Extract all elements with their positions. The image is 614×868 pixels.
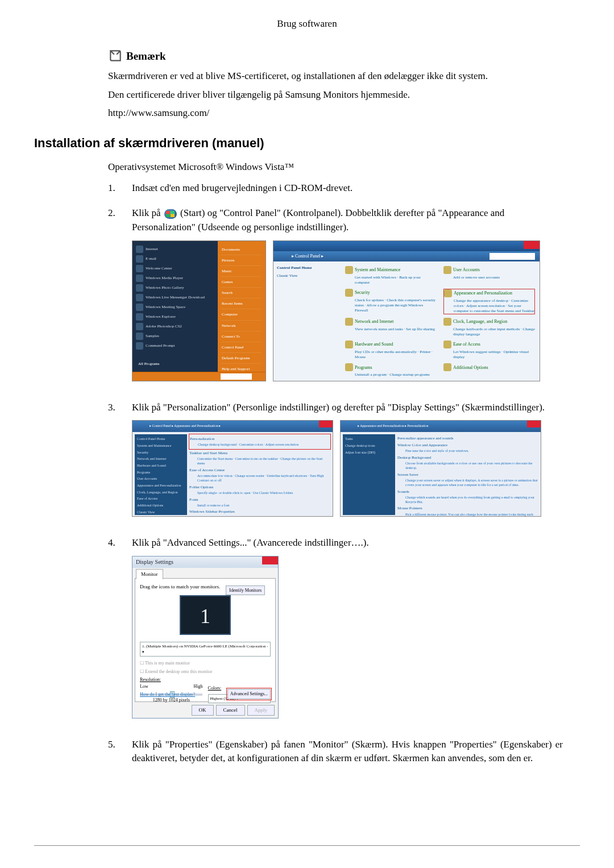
startmenu-right-item[interactable]: Search — [221, 288, 262, 298]
pers-item-title[interactable]: Desktop Background — [397, 455, 538, 460]
startmenu-item-label: Samples — [146, 333, 159, 339]
group-heading[interactable]: Personalization — [190, 436, 330, 442]
group-heading[interactable]: Ease of Access Center — [189, 467, 330, 473]
close-icon[interactable] — [527, 421, 541, 427]
startmenu-right-item[interactable]: Documents — [221, 244, 262, 255]
cp-category[interactable]: Appearance and PersonalizationChange the… — [443, 289, 535, 314]
sidebar-item[interactable]: Network and Internet — [137, 456, 185, 462]
startmenu-item[interactable]: E-mail — [136, 254, 215, 264]
nav-title[interactable]: Control Panel Home — [277, 265, 338, 271]
identify-monitors-button[interactable]: Identify Monitors — [226, 585, 265, 596]
sidebar-item[interactable]: Programs — [137, 470, 185, 475]
group-links[interactable]: Specify single- or double-click to open … — [189, 491, 330, 496]
group-links[interactable]: Accommodate low vision · Change screen r… — [189, 474, 330, 483]
startmenu-right-item[interactable]: Recent Items — [221, 298, 262, 309]
cp-category[interactable]: System and MaintenanceGet started with W… — [345, 266, 437, 285]
group-heading[interactable]: Windows Sidebar Properties — [189, 509, 330, 514]
cp-category[interactable]: Hardware and SoundPlay CDs or other medi… — [345, 340, 437, 360]
ok-button[interactable]: OK — [192, 705, 214, 716]
extend-desktop-checkbox[interactable]: ☐ Extend the desktop onto this monitor — [140, 668, 271, 675]
startmenu-item[interactable]: Windows Media Player — [136, 273, 215, 283]
startmenu-item[interactable]: Welcome Center — [136, 264, 215, 273]
startmenu-item[interactable]: Samples — [136, 331, 215, 341]
cp-category-links[interactable]: Add or remove user accounts — [443, 275, 535, 280]
cp-category-links[interactable]: Get started with Windows · Back up your … — [345, 275, 437, 285]
startmenu-item[interactable]: Windows Live Messenger Download — [136, 293, 215, 302]
close-icon[interactable] — [319, 421, 333, 427]
sidebar-item[interactable]: Control Panel Home — [137, 437, 185, 442]
group-heading[interactable]: Taskbar and Start Menu — [189, 450, 330, 456]
advanced-settings-button[interactable]: Advanced Settings... — [227, 689, 271, 699]
group-heading[interactable]: Folder Options — [189, 484, 330, 490]
sidebar-item[interactable]: Adjust font size (DPI) — [345, 450, 393, 455]
breadcrumb[interactable]: ▸ Appearance and Personalization ▸ Perso… — [358, 423, 428, 429]
sidebar-item[interactable]: Ease of Access — [137, 496, 185, 501]
sidebar-item[interactable]: Additional Options — [137, 503, 185, 508]
sidebar-item[interactable]: Security — [137, 450, 185, 455]
nav-item[interactable]: Classic View — [277, 273, 338, 279]
note-link[interactable]: http://www.samsung.com/ — [108, 106, 563, 121]
cp-category[interactable]: SecurityCheck for updates · Check this c… — [345, 289, 437, 314]
cp-category[interactable]: User AccountsAdd or remove user accounts — [443, 266, 535, 285]
startmenu-right-item[interactable]: Default Programs — [221, 353, 262, 364]
group-links[interactable]: Customize the Start menu · Customize ico… — [189, 457, 330, 466]
cp-category[interactable]: Ease of AccessLet Windows suggest settin… — [443, 340, 535, 360]
startmenu-right-item[interactable]: Computer — [221, 309, 262, 320]
group-links[interactable]: Change desktop background · Customize co… — [190, 443, 330, 447]
main-monitor-checkbox[interactable]: ☐ This is my main monitor — [140, 660, 271, 667]
step-text-post: (Start) og "Control Panel" (Kontrolpanel… — [132, 207, 504, 232]
search-input[interactable] — [489, 253, 535, 260]
pers-item-title[interactable]: Mouse Pointers — [397, 505, 538, 511]
startmenu-right-item[interactable]: Control Panel — [221, 342, 262, 353]
startmenu-item[interactable]: Internet — [136, 244, 215, 254]
startmenu-right-item[interactable]: Connect To — [221, 331, 262, 342]
startmenu-right-item[interactable]: Pictures — [221, 255, 262, 266]
all-programs-item[interactable]: All Programs — [138, 361, 160, 367]
tab-monitor[interactable]: Monitor — [136, 569, 163, 579]
startmenu-item[interactable]: Adobe Photoshop CS2 — [136, 322, 215, 331]
cancel-button[interactable]: Cancel — [216, 705, 245, 716]
group-heading[interactable]: Fonts — [189, 497, 330, 502]
sidebar-item[interactable]: Hardware and Sound — [137, 463, 185, 468]
group-links[interactable]: Install or remove a font — [189, 504, 330, 508]
monitor-select[interactable]: 1. (Multiple Monitors) on NVIDIA GeForce… — [140, 642, 271, 657]
sidebar-item[interactable]: Tasks — [345, 437, 393, 442]
sidebar-item[interactable]: Classic View — [137, 510, 185, 515]
cp-category-links[interactable]: Let Windows suggest settings · Optimize … — [443, 350, 535, 360]
cp-category-links[interactable]: Change keyboards or other input methods … — [443, 327, 535, 337]
startmenu-item[interactable]: Windows Photo Gallery — [136, 283, 215, 293]
sidebar-item[interactable]: System and Maintenance — [137, 443, 185, 448]
cp-category[interactable]: ProgramsUninstall a program · Change sta… — [345, 363, 437, 377]
cp-category[interactable]: Clock, Language, and RegionChange keyboa… — [443, 318, 535, 337]
close-icon[interactable] — [262, 556, 278, 564]
pers-item-title[interactable]: Window Color and Appearance — [397, 442, 538, 448]
step-text: Klik på (Start) og "Control Panel" (Kont… — [132, 206, 563, 234]
breadcrumb[interactable]: ▸ Control Panel ▸ Appearance and Persona… — [150, 423, 221, 429]
help-link[interactable]: How do I get the best display? — [140, 691, 195, 698]
cp-category-links[interactable]: Uninstall a program · Change startup pro… — [345, 372, 437, 377]
startmenu-right-item[interactable]: Games — [221, 277, 262, 288]
sidebar-item[interactable]: Appearance and Personalization — [137, 483, 185, 488]
sidebar-item[interactable]: Change desktop icons — [345, 443, 393, 448]
cp-category[interactable]: Additional Options — [443, 363, 535, 377]
monitor-preview[interactable]: 1 — [180, 595, 231, 635]
startmenu-item[interactable]: Windows Explorer — [136, 312, 215, 322]
group-links[interactable]: Add gadgets to Sidebar · Choose whether … — [189, 516, 330, 517]
cp-category-links[interactable]: View network status and tasks · Set up f… — [345, 327, 437, 332]
breadcrumb[interactable]: ▸ Control Panel ▸ — [292, 253, 323, 260]
cp-category[interactable]: Network and InternetView network status … — [345, 318, 437, 337]
startmenu-item[interactable]: Command Prompt — [136, 341, 215, 351]
startmenu-right-item[interactable]: Network — [221, 321, 262, 331]
cp-category-links[interactable]: Change the appearance of desktop · Custo… — [444, 298, 534, 314]
note-icon — [108, 48, 123, 63]
startmenu-right-item[interactable]: Music — [221, 266, 262, 277]
cp-category-links[interactable]: Check for updates · Check this computer'… — [345, 298, 437, 313]
pers-item-title[interactable]: Screen Saver — [397, 472, 538, 477]
close-icon[interactable] — [524, 241, 540, 249]
pers-item-title[interactable]: Sounds — [397, 489, 538, 495]
sidebar-item[interactable]: User Accounts — [137, 476, 185, 481]
search-box[interactable] — [221, 373, 252, 380]
sidebar-item[interactable]: Clock, Language, and Region — [137, 490, 185, 495]
cp-category-links[interactable]: Play CDs or other media automatically · … — [345, 350, 437, 360]
startmenu-item[interactable]: Windows Meeting Space — [136, 302, 215, 312]
